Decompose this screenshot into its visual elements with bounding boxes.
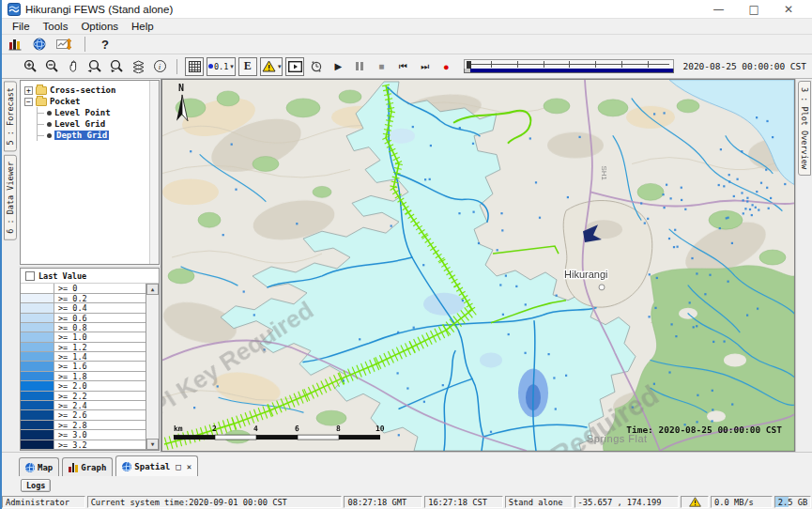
scroll-track[interactable]: [146, 295, 159, 439]
logs-button[interactable]: Logs: [21, 479, 51, 492]
legend-button[interactable]: E: [238, 57, 257, 76]
tree-leaf-depth-grid[interactable]: Depth Grid: [38, 130, 157, 141]
time-span-thumb[interactable]: [465, 69, 470, 72]
status-memory: 2.5 GB: [774, 496, 811, 508]
time-slider[interactable]: [464, 57, 674, 76]
zoom-next-icon[interactable]: [107, 57, 126, 76]
time-slider-track[interactable]: [464, 59, 674, 69]
svg-text:km: km: [174, 424, 183, 433]
scroll-up-icon[interactable]: ▲: [146, 284, 159, 295]
tree-node-cross-section[interactable]: + Cross-section: [24, 85, 157, 96]
record-button[interactable]: ●: [437, 57, 455, 76]
step-back-button[interactable]: ⏮: [393, 57, 412, 76]
tab-data-viewer[interactable]: 6 : Data Viewer: [4, 155, 17, 240]
legend-row[interactable]: >= 1.0: [21, 332, 146, 342]
menu-options[interactable]: Options: [74, 21, 125, 32]
legend-row[interactable]: >= 2.6: [21, 410, 146, 420]
stop-button[interactable]: ■: [372, 57, 391, 76]
left-tab-strip: 5 : Forecast 6 : Data Viewer: [2, 79, 19, 452]
info-icon[interactable]: i: [150, 57, 169, 76]
window-title: Hikurangi FEWS (Stand alone): [25, 4, 173, 15]
expander-plus-icon[interactable]: +: [24, 86, 33, 95]
scroll-down-icon[interactable]: ▼: [146, 439, 159, 450]
legend-row[interactable]: >= 2.8: [21, 421, 146, 430]
app-logo-icon: [8, 3, 21, 16]
town-marker[interactable]: [599, 285, 605, 290]
pause-button[interactable]: [350, 57, 369, 76]
play-button[interactable]: ▶: [329, 57, 347, 76]
status-warning-indicator[interactable]: [681, 496, 709, 508]
legend-row[interactable]: >= 1.2: [21, 343, 146, 352]
menu-tools[interactable]: Tools: [37, 21, 75, 32]
last-value-checkbox[interactable]: [25, 271, 35, 281]
warning-threshold-dropdown[interactable]: ▾: [260, 57, 283, 76]
expander-minus-icon[interactable]: −: [24, 98, 33, 106]
step-forward-button[interactable]: ⏭: [415, 57, 434, 76]
tree-scrollbar[interactable]: [149, 81, 159, 264]
menu-file[interactable]: File: [6, 21, 37, 32]
legend-row[interactable]: >= 1.8: [21, 372, 146, 381]
tab-spatial[interactable]: Spatial □ ✕: [115, 455, 198, 476]
legend-color-swatch: [21, 343, 54, 351]
legend-row[interactable]: >= 3.2: [21, 440, 146, 450]
tab-graph[interactable]: Graph: [62, 457, 113, 476]
tree-leaf-level-point[interactable]: Level Point: [38, 107, 157, 118]
maximize-button[interactable]: □: [749, 1, 759, 18]
slider-handle[interactable]: [467, 61, 471, 69]
legend-row[interactable]: >= 1.6: [21, 362, 146, 371]
legend-row[interactable]: >= 0.6: [21, 314, 146, 323]
road-label: SH1: [600, 166, 608, 181]
pause-icon: [356, 62, 363, 70]
legend-class-label: >= 2.2: [54, 392, 87, 400]
legend-scrollbar[interactable]: ▲ ▼: [146, 284, 159, 450]
minimize-button[interactable]: —: [713, 1, 725, 18]
legend-color-swatch: [21, 362, 54, 370]
tab-map[interactable]: Map: [19, 457, 59, 476]
legend-row[interactable]: >= 1.4: [21, 352, 146, 362]
layers-icon[interactable]: [129, 57, 147, 76]
animation-settings-icon[interactable]: [307, 57, 326, 76]
tab-close-icon[interactable]: ✕: [187, 462, 192, 471]
contour-interval-dropdown[interactable]: 0.1 ▾: [207, 57, 236, 76]
legend-row[interactable]: >= 3.0: [21, 430, 146, 440]
layer-tree: + Cross-section − Pocket Level Point: [20, 80, 160, 265]
tab-forecast[interactable]: 5 : Forecast: [4, 81, 17, 151]
menu-help[interactable]: Help: [125, 21, 161, 32]
bullet-icon: [47, 122, 52, 127]
zoom-out-icon[interactable]: [42, 57, 61, 76]
tab-plot-overview[interactable]: 3 : Plot Overview: [798, 81, 811, 176]
profile-graph-icon[interactable]: [54, 35, 74, 54]
status-coordinates: -35.657 , 174.199: [575, 496, 680, 508]
tab-maximize-icon[interactable]: □: [176, 462, 180, 471]
map-viewport[interactable]: API Key Required API Key Required Hikura…: [161, 79, 795, 452]
legend-row[interactable]: >= 0: [21, 284, 146, 293]
help-button[interactable]: ?: [96, 35, 115, 54]
legend-row[interactable]: >= 2.2: [21, 392, 146, 401]
legend-row[interactable]: >= 0.2: [21, 294, 146, 303]
toolbar-separator: [84, 37, 85, 52]
legend-color-swatch: [21, 430, 54, 439]
legend-class-label: >= 1.0: [54, 332, 87, 341]
tree-node-pocket[interactable]: − Pocket: [24, 96, 157, 107]
warning-icon: [262, 60, 276, 72]
tree-leaf-level-grid[interactable]: Level Grid: [38, 118, 157, 130]
grid-layer-button[interactable]: [185, 57, 204, 76]
map-canvas[interactable]: API Key Required API Key Required Hikura…: [162, 80, 794, 451]
animation-export-button[interactable]: [285, 57, 304, 76]
legend-row[interactable]: >= 0.8: [21, 323, 146, 332]
zoom-previous-icon[interactable]: [85, 57, 104, 76]
pan-hand-icon[interactable]: [64, 57, 83, 76]
database-chart-icon[interactable]: [6, 35, 24, 54]
legend-class-label: >= 0.4: [54, 303, 87, 312]
zoom-in-icon[interactable]: [21, 57, 39, 76]
legend-class-label: >= 2.6: [54, 410, 87, 419]
slider-tick: [544, 61, 544, 68]
close-button[interactable]: ✕: [784, 1, 793, 18]
legend-row[interactable]: >= 2.4: [21, 401, 146, 410]
legend-row[interactable]: >= 2.0: [21, 381, 146, 391]
bottom-tab-bar: Map Graph Spatial □ ✕: [2, 452, 812, 476]
pocket-children: Level Point Level Grid Depth Grid: [37, 107, 157, 141]
globe-map-icon[interactable]: [30, 35, 49, 54]
legend-row[interactable]: >= 0.4: [21, 303, 146, 313]
legend-class-label: >= 2.0: [54, 381, 87, 390]
